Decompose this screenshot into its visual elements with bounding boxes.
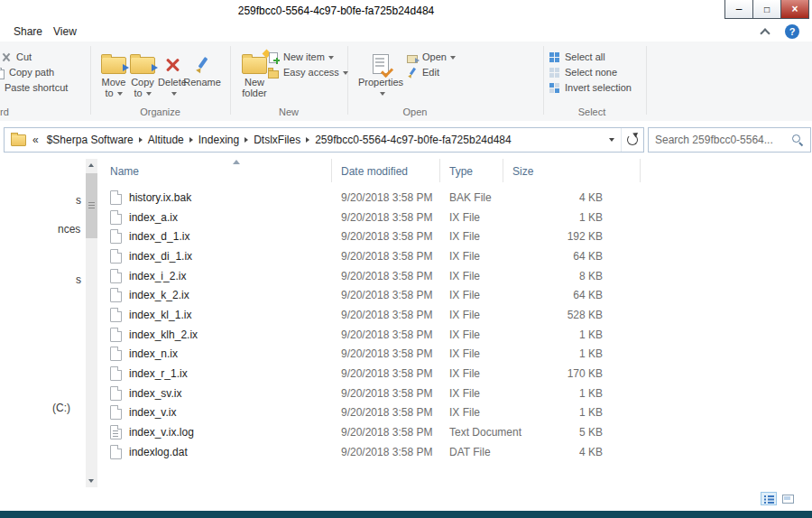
- file-size: 192 KB: [503, 230, 641, 243]
- edit-label: Edit: [422, 67, 439, 78]
- breadcrumb-separator-icon: [189, 137, 193, 143]
- file-size: 5 KB: [503, 426, 641, 439]
- select-none-button[interactable]: Select none: [549, 66, 617, 79]
- move-to-button[interactable]: Move to: [97, 47, 130, 98]
- paste-shortcut-button[interactable]: Paste shortcut: [0, 81, 68, 94]
- file-icon: [110, 386, 122, 401]
- ribbon-group-separator: [90, 46, 91, 115]
- maximize-button[interactable]: □: [752, 0, 781, 19]
- address-dropdown-button[interactable]: [603, 128, 621, 152]
- refresh-button[interactable]: [621, 128, 643, 152]
- file-type: IX File: [440, 211, 503, 224]
- breadcrumb-item[interactable]: Indexing: [194, 134, 244, 146]
- column-header-name[interactable]: Name: [101, 159, 332, 182]
- file-name: index_sv.ix: [129, 387, 181, 400]
- file-type: Text Document: [440, 426, 503, 439]
- file-size: 1 KB: [503, 328, 641, 341]
- help-button[interactable]: ?: [785, 24, 799, 39]
- file-date-modified: 9/20/2018 3:58 PM: [332, 211, 440, 224]
- file-icon: [110, 190, 122, 205]
- file-name: index_v.ix: [129, 406, 176, 419]
- invert-selection-icon: [549, 82, 560, 94]
- file-icon: [110, 445, 122, 459]
- nav-scrollbar[interactable]: [86, 159, 97, 487]
- edit-button[interactable]: Edit: [406, 66, 439, 79]
- breadcrumb-item[interactable]: DtslxFiles: [249, 134, 305, 146]
- file-date-modified: 9/20/2018 3:58 PM: [332, 426, 440, 439]
- title-bar[interactable]: 259fbcc0-5564-4c97-b0fe-fa725b24d484 – □…: [0, 0, 812, 21]
- file-row[interactable]: index_a.ix9/20/2018 3:58 PMIX File1 KB: [101, 208, 641, 227]
- column-header-date-modified[interactable]: Date modified: [332, 159, 440, 182]
- file-type: IX File: [440, 289, 503, 301]
- copy-to-button[interactable]: Copy to: [126, 47, 159, 98]
- column-header-size[interactable]: Size: [503, 159, 641, 182]
- breadcrumb-item[interactable]: 259fbcc0-5564-4c97-b0fe-fa725b24d484: [310, 134, 516, 146]
- tab-share[interactable]: Share: [7, 23, 49, 42]
- easy-access-button[interactable]: Easy access: [267, 66, 348, 79]
- new-folder-icon: [242, 57, 267, 74]
- search-box: [648, 127, 811, 153]
- file-row[interactable]: index_r_1.ix9/20/2018 3:58 PMIX File170 …: [101, 364, 641, 384]
- file-row[interactable]: indexlog.dat9/20/2018 3:58 PMDAT File4 K…: [101, 442, 641, 462]
- copy-path-button[interactable]: Copy path: [0, 66, 54, 79]
- new-folder-label-2: folder: [233, 88, 276, 98]
- file-row[interactable]: index_sv.ix9/20/2018 3:58 PMIX File1 KB: [101, 384, 641, 403]
- file-icon: [110, 210, 122, 225]
- file-date-modified: 9/20/2018 3:58 PM: [332, 270, 440, 282]
- close-button[interactable]: ×: [780, 0, 809, 19]
- scroll-down-button[interactable]: [86, 475, 97, 487]
- file-name: index_a.ix: [129, 211, 178, 224]
- file-type: IX File: [440, 387, 503, 400]
- nav-item-fragment[interactable]: s: [76, 273, 81, 286]
- file-row[interactable]: history.ix.bak9/20/2018 3:58 PMBAK File4…: [101, 188, 641, 208]
- file-type: IX File: [440, 406, 503, 419]
- open-button[interactable]: Open: [406, 51, 456, 63]
- chevron-down-icon: [609, 138, 614, 142]
- collapse-ribbon-icon[interactable]: [760, 28, 770, 35]
- invert-selection-button[interactable]: Invert selection: [549, 81, 632, 94]
- file-name: index_r_1.ix: [129, 367, 188, 380]
- file-type: IX File: [440, 328, 503, 341]
- address-bar[interactable]: « $Sherpa SoftwareAltitudeIndexingDtslxF…: [4, 127, 644, 153]
- file-row[interactable]: index_k_2.ix9/20/2018 3:58 PMIX File64 K…: [101, 285, 641, 305]
- rename-button[interactable]: Rename: [182, 47, 222, 88]
- file-row[interactable]: index_klh_2.ix9/20/2018 3:58 PMIX File1 …: [101, 325, 641, 345]
- nav-item-fragment[interactable]: s: [76, 194, 81, 207]
- select-none-icon: [549, 67, 560, 79]
- file-row[interactable]: index_kl_1.ix9/20/2018 3:58 PMIX File528…: [101, 305, 641, 325]
- column-header-type[interactable]: Type: [440, 159, 503, 182]
- ribbon-group-separator: [230, 46, 231, 115]
- file-row[interactable]: index_di_1.ix9/20/2018 3:58 PMIX File64 …: [101, 246, 641, 266]
- new-item-button[interactable]: New item: [267, 51, 334, 63]
- refresh-icon: [627, 134, 638, 145]
- file-date-modified: 9/20/2018 3:58 PM: [332, 328, 440, 341]
- breadcrumb-item[interactable]: Altitude: [143, 134, 189, 146]
- select-all-button[interactable]: Select all: [549, 51, 605, 63]
- file-name: history.ix.bak: [129, 191, 191, 204]
- breadcrumb-item[interactable]: $Sherpa Software: [42, 134, 138, 146]
- breadcrumb-overflow-chevron[interactable]: «: [26, 134, 42, 146]
- search-input[interactable]: [649, 133, 791, 147]
- cut-icon: [0, 51, 12, 63]
- file-row[interactable]: index_n.ix9/20/2018 3:58 PMIX File1 KB: [101, 345, 641, 365]
- details-view-button[interactable]: [761, 492, 777, 505]
- properties-button[interactable]: Properties: [357, 47, 404, 98]
- nav-item-fragment[interactable]: nces: [58, 223, 80, 236]
- file-row[interactable]: index_d_1.ix9/20/2018 3:58 PMIX File192 …: [101, 227, 641, 246]
- file-date-modified: 9/20/2018 3:58 PM: [332, 289, 440, 301]
- file-size: 1 KB: [503, 387, 641, 400]
- file-name: index_i_2.ix: [129, 270, 186, 282]
- delete-icon: [163, 56, 181, 74]
- tab-view[interactable]: View: [47, 23, 83, 42]
- file-row[interactable]: index_v.ix9/20/2018 3:58 PMIX File1 KB: [101, 403, 641, 423]
- scroll-thumb[interactable]: [86, 173, 97, 238]
- thumbnails-view-button[interactable]: [780, 492, 796, 505]
- cut-button[interactable]: Cut: [0, 51, 32, 63]
- file-size: 64 KB: [503, 289, 641, 301]
- file-row[interactable]: index_i_2.ix9/20/2018 3:58 PMIX File8 KB: [101, 266, 641, 286]
- scroll-up-button[interactable]: [86, 159, 97, 171]
- file-name: index_n.ix: [129, 347, 178, 360]
- file-row[interactable]: index_v.ix.log9/20/2018 3:58 PMText Docu…: [101, 422, 641, 442]
- nav-item-fragment[interactable]: (C:): [52, 402, 70, 414]
- minimize-button[interactable]: –: [724, 0, 753, 19]
